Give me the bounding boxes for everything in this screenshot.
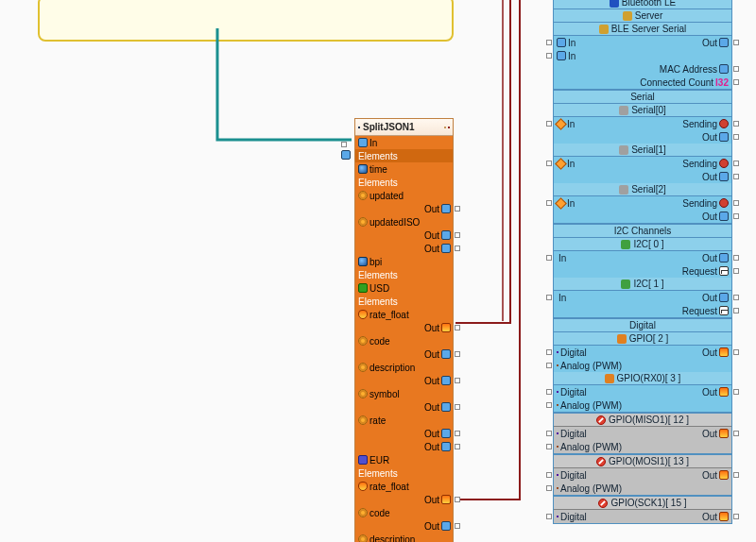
right-port[interactable] bbox=[733, 431, 739, 436]
updatediso-out[interactable]: Out bbox=[355, 229, 453, 242]
i2c1-req: Request bbox=[554, 304, 731, 317]
analog-icon bbox=[557, 364, 558, 366]
gpio-miso1-section: GPIO(MISO1)[ 12 ] Digital Out Analog (PW… bbox=[553, 413, 732, 454]
left-port[interactable] bbox=[546, 40, 552, 45]
right-port[interactable] bbox=[733, 295, 739, 300]
left-port[interactable] bbox=[546, 255, 552, 261]
field-icon bbox=[358, 217, 368, 227]
usd-rate-float-row: rate_float bbox=[355, 308, 453, 321]
field-icon bbox=[358, 415, 368, 425]
right-port[interactable] bbox=[733, 472, 739, 478]
gpio-rx0-3-header: GPIO(RX0)[ 3 ] bbox=[554, 372, 731, 385]
gpio13-digital: Digital Out bbox=[554, 468, 731, 482]
gpio-icon bbox=[617, 334, 627, 344]
usd-symbol-row: symbol bbox=[355, 387, 453, 400]
field-icon bbox=[358, 191, 368, 200]
eur-rate-float-out[interactable]: Out bbox=[355, 493, 453, 506]
left-port[interactable] bbox=[546, 121, 552, 127]
left-port[interactable] bbox=[546, 389, 552, 395]
right-port[interactable] bbox=[733, 349, 739, 355]
gpio12-analog: Analog (PWM) bbox=[554, 440, 731, 453]
left-port[interactable] bbox=[546, 444, 552, 449]
disabled-icon bbox=[598, 499, 608, 508]
right-port[interactable] bbox=[733, 161, 739, 166]
left-port[interactable] bbox=[546, 200, 552, 206]
field-icon bbox=[358, 508, 368, 517]
left-port[interactable] bbox=[546, 472, 552, 478]
elements-sub-2: Elements bbox=[355, 268, 453, 281]
right-port[interactable] bbox=[733, 121, 739, 127]
float-icon bbox=[358, 310, 368, 319]
group-box bbox=[38, 0, 454, 42]
left-port[interactable] bbox=[546, 485, 552, 491]
elements-header: Elements bbox=[355, 149, 453, 162]
left-port[interactable] bbox=[546, 514, 552, 519]
splitjson-title-bar[interactable]: SplitJSON1 bbox=[355, 119, 453, 136]
time-icon bbox=[358, 164, 368, 174]
right-port[interactable] bbox=[733, 174, 739, 179]
left-port[interactable] bbox=[546, 53, 552, 59]
left-port[interactable] bbox=[546, 161, 552, 166]
out-port-icon bbox=[719, 172, 729, 181]
right-port[interactable] bbox=[733, 389, 739, 395]
serial0-out: Out bbox=[554, 130, 731, 144]
usd-symbol-out[interactable]: Out bbox=[355, 400, 453, 414]
connected-line: Connected CountI32 bbox=[554, 76, 731, 89]
spare-out-1[interactable]: Out bbox=[355, 242, 453, 255]
right-port[interactable] bbox=[733, 308, 739, 313]
left-port[interactable] bbox=[546, 363, 552, 368]
digital-header: Digital bbox=[554, 319, 731, 332]
ble-section: Bluetooth LE Server BLE Server Serial In… bbox=[553, 0, 732, 90]
updated-out[interactable]: Out bbox=[355, 202, 453, 215]
usd-desc-out[interactable]: Out bbox=[355, 374, 453, 387]
sending-led-icon bbox=[719, 119, 729, 128]
digital-icon bbox=[557, 432, 558, 434]
field-icon bbox=[358, 336, 368, 346]
left-port[interactable] bbox=[546, 402, 552, 408]
left-port[interactable] bbox=[546, 431, 552, 436]
gpio2-digital: Digital Out bbox=[554, 346, 731, 359]
splitjson-title: SplitJSON1 bbox=[363, 122, 414, 132]
in-pin[interactable] bbox=[341, 139, 355, 150]
splitjson-node[interactable]: SplitJSON1 In Elements time Elements upd… bbox=[354, 118, 454, 542]
gpio-mosi1-section: GPIO(MOSI1)[ 13 ] Digital Out Analog (PW… bbox=[553, 454, 732, 496]
right-port[interactable] bbox=[733, 268, 739, 274]
right-port[interactable] bbox=[733, 134, 739, 140]
usd-code-out[interactable]: Out bbox=[355, 347, 453, 361]
left-port[interactable] bbox=[546, 295, 552, 300]
right-port[interactable] bbox=[733, 66, 739, 72]
eur-icon bbox=[358, 455, 368, 465]
right-port[interactable] bbox=[733, 213, 739, 219]
eur-code-out[interactable]: Out bbox=[355, 519, 453, 533]
right-port[interactable] bbox=[733, 514, 739, 519]
left-port[interactable] bbox=[546, 349, 552, 355]
usd-rate-float-out[interactable]: Out bbox=[355, 321, 453, 334]
serial-icon bbox=[619, 185, 628, 195]
hardware-panel: Bluetooth LE Server BLE Server Serial In… bbox=[553, 0, 732, 524]
tool-icon[interactable] bbox=[448, 127, 450, 128]
right-port[interactable] bbox=[733, 255, 739, 261]
i2c0-req: Request bbox=[554, 264, 731, 278]
eur-desc-row: description bbox=[355, 533, 453, 542]
elements-sub-3: Elements bbox=[355, 295, 453, 308]
elements-sub: Elements bbox=[355, 176, 453, 189]
gpio-mosi1-13-header: GPIO(MOSI1)[ 13 ] bbox=[554, 455, 731, 468]
out-port-icon bbox=[719, 64, 729, 74]
serial1-out: Out bbox=[554, 170, 731, 183]
usd-rate-out[interactable]: Out bbox=[355, 427, 453, 440]
spare-out-2[interactable]: Out bbox=[355, 440, 453, 453]
float-icon bbox=[358, 482, 368, 491]
digital-icon bbox=[557, 351, 558, 353]
config-icon[interactable] bbox=[444, 127, 446, 128]
right-port[interactable] bbox=[733, 40, 739, 45]
right-port[interactable] bbox=[733, 200, 739, 206]
out-port-icon bbox=[719, 293, 729, 302]
serial0-header: Serial[0] bbox=[554, 104, 731, 117]
updated-row: updated bbox=[355, 189, 453, 202]
diamond-icon bbox=[555, 118, 567, 130]
serial2-header: Serial[2] bbox=[554, 183, 731, 196]
mac-line: MAC Address bbox=[554, 62, 731, 76]
elements-sub-4: Elements bbox=[355, 466, 453, 480]
updatediso-row: updatedISO bbox=[355, 215, 453, 229]
right-port[interactable] bbox=[733, 79, 739, 85]
